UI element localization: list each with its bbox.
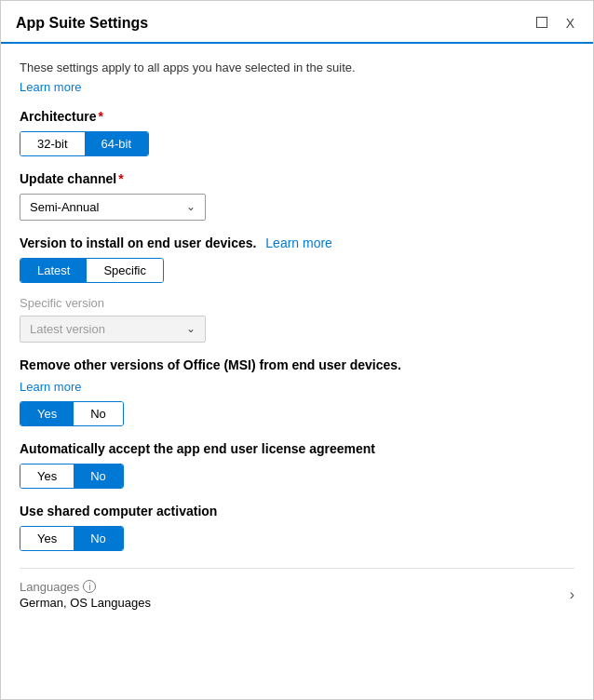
remove-versions-yes-button[interactable]: Yes (20, 402, 74, 425)
update-channel-dropdown[interactable]: Semi-Annual ⌄ (20, 194, 206, 221)
languages-info: Languages i German, OS Languages (20, 580, 151, 610)
specific-version-chevron-icon: ⌄ (186, 322, 196, 335)
close-button[interactable]: X (562, 14, 578, 33)
architecture-section: Architecture* 32-bit 64-bit (20, 109, 574, 156)
shared-activation-label: Use shared computer activation (20, 504, 574, 518)
version-install-latest-button[interactable]: Latest (20, 259, 87, 282)
shared-activation-yes-button[interactable]: Yes (20, 527, 74, 550)
languages-info-icon: i (83, 580, 96, 593)
remove-versions-toggle-group: Yes No (20, 401, 124, 426)
auto-accept-label: Automatically accept the app end user li… (20, 441, 574, 456)
specific-version-dropdown: Latest version ⌄ (20, 316, 206, 343)
window-title: App Suite Settings (16, 15, 148, 32)
header-learn-more-link[interactable]: Learn more (20, 80, 81, 94)
remove-versions-label: Remove other versions of Office (MSI) fr… (20, 357, 574, 372)
window-controls: X (533, 14, 578, 33)
remove-versions-learn-more-link[interactable]: Learn more (20, 380, 574, 394)
version-install-section: Version to install on end user devices. … (20, 236, 574, 343)
minimize-icon (536, 17, 547, 28)
architecture-32bit-button[interactable]: 32-bit (20, 132, 85, 155)
auto-accept-no-button[interactable]: No (74, 464, 123, 488)
version-install-learn-more-link[interactable]: Learn more (265, 236, 332, 250)
specific-version-value: Latest version (30, 322, 105, 336)
update-channel-chevron-icon: ⌄ (186, 200, 196, 213)
version-install-specific-button[interactable]: Specific (87, 259, 163, 282)
languages-value: German, OS Languages (20, 596, 151, 610)
app-suite-settings-window: App Suite Settings X These settings appl… (0, 0, 594, 700)
remove-versions-no-button[interactable]: No (74, 402, 123, 425)
settings-content: These settings apply to all apps you hav… (1, 44, 593, 628)
header-description: These settings apply to all apps you hav… (20, 59, 574, 77)
shared-activation-section: Use shared computer activation Yes No (20, 504, 574, 551)
minimize-button[interactable] (533, 14, 551, 33)
version-install-label: Version to install on end user devices. … (20, 236, 574, 250)
shared-activation-toggle-group: Yes No (20, 526, 124, 551)
languages-title: Languages i (20, 580, 151, 594)
specific-version-label: Specific version (20, 296, 574, 310)
auto-accept-section: Automatically accept the app end user li… (20, 441, 574, 489)
auto-accept-toggle-group: Yes No (20, 464, 124, 489)
update-channel-label: Update channel* (20, 171, 574, 186)
architecture-64bit-button[interactable]: 64-bit (85, 132, 149, 155)
auto-accept-yes-button[interactable]: Yes (20, 464, 74, 488)
version-install-toggle-group: Latest Specific (20, 258, 164, 283)
architecture-toggle-group: 32-bit 64-bit (20, 131, 149, 156)
update-channel-section: Update channel* Semi-Annual ⌄ (20, 171, 574, 221)
remove-versions-section: Remove other versions of Office (MSI) fr… (20, 357, 574, 426)
languages-chevron-icon: › (570, 586, 574, 603)
title-bar: App Suite Settings X (1, 1, 593, 44)
languages-row[interactable]: Languages i German, OS Languages › (20, 568, 574, 613)
update-channel-value: Semi-Annual (30, 200, 99, 214)
architecture-label: Architecture* (20, 109, 574, 124)
shared-activation-no-button[interactable]: No (74, 527, 123, 550)
